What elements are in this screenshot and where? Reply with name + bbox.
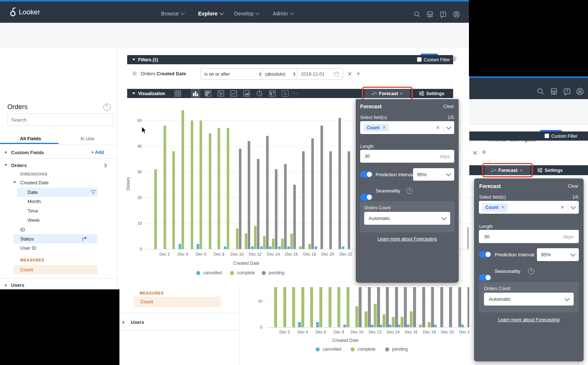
filter-mode-select[interactable]: (absolute) xyxy=(262,68,299,80)
bar-pending-dec-22[interactable] xyxy=(348,151,350,249)
bar-complete-dec-13[interactable] xyxy=(263,236,266,249)
vertical-scrollbar-thumb[interactable] xyxy=(467,227,469,249)
nav-develop[interactable]: Develop xyxy=(234,10,259,17)
bar-complete-dec-14[interactable] xyxy=(392,317,395,327)
viz-type-bar-selected-bg[interactable] xyxy=(191,89,200,98)
bar-complete-dec-16[interactable] xyxy=(410,311,413,327)
prediction-interval-select[interactable]: 95% xyxy=(413,168,454,181)
bar-pending-dec-19[interactable] xyxy=(440,287,443,327)
bar-pending-dec-17[interactable] xyxy=(422,287,425,327)
clear-button[interactable]: Clear xyxy=(568,184,578,189)
bar-complete-dec-7[interactable] xyxy=(209,133,211,249)
bar-pending-dec-21[interactable] xyxy=(338,118,341,249)
filter-date-input[interactable]: 2019-12-01 xyxy=(297,68,343,80)
bar-complete-dec-18[interactable] xyxy=(428,322,431,327)
bar-complete-dec-3[interactable] xyxy=(292,287,295,327)
forecast-tab-close-icon[interactable]: ✕ xyxy=(399,91,403,96)
legend-item-complete[interactable]: complete xyxy=(230,270,255,275)
sidebar-group-orders[interactable]: Orders 3 xyxy=(0,160,117,170)
sidebar-item-created-date[interactable]: Created Date xyxy=(0,179,117,187)
settings-tab[interactable]: Settings xyxy=(545,168,563,173)
bar-pending-dec-13[interactable] xyxy=(266,136,269,249)
settings-tab[interactable]: Settings xyxy=(426,91,444,96)
bar-cancelled-dec-4[interactable] xyxy=(298,322,301,327)
length-input[interactable]: 30 days xyxy=(479,230,579,243)
length-input[interactable]: 30 days xyxy=(360,150,454,163)
forecast-tab[interactable]: Forecast xyxy=(379,91,398,96)
bar-complete-dec-4[interactable] xyxy=(301,287,304,327)
bar-complete-dec-5[interactable] xyxy=(310,287,313,327)
bar-pending-dec-13[interactable] xyxy=(386,287,389,327)
viz-type-pie-icon[interactable] xyxy=(256,90,263,97)
bar-pending-dec-21[interactable] xyxy=(458,287,461,327)
search-input[interactable] xyxy=(7,113,113,126)
bar-complete-dec-4[interactable] xyxy=(182,110,184,249)
legend-item-cancelled[interactable]: cancelled xyxy=(196,270,222,275)
prediction-interval-select[interactable]: 95% xyxy=(537,248,579,261)
seasonality-help-icon[interactable]: ? xyxy=(528,268,534,274)
bar-complete-dec-10[interactable] xyxy=(355,306,358,327)
viz-type-more-icon[interactable]: ··· xyxy=(292,90,298,96)
bar-complete-dec-16[interactable] xyxy=(290,234,293,249)
viz-type-map-icon[interactable] xyxy=(269,90,276,97)
viz-type-table-icon[interactable] xyxy=(175,90,181,97)
bar-complete-dec-3[interactable] xyxy=(172,151,175,249)
sidebar-group-users[interactable]: Users xyxy=(0,281,117,290)
field-select-input[interactable]: Count✕ ✕ xyxy=(360,121,454,134)
bar-pending-dec-14[interactable] xyxy=(395,287,398,327)
prediction-interval-toggle[interactable] xyxy=(479,251,491,258)
account-icon[interactable] xyxy=(576,87,584,95)
bar-pending-dec-15[interactable] xyxy=(404,287,407,327)
bar-cancelled-dec-12[interactable] xyxy=(251,246,254,249)
bar-pending-dec-20[interactable] xyxy=(329,151,332,249)
filter-icon[interactable] xyxy=(90,190,96,195)
field-select-input[interactable]: Count✕ ✕ xyxy=(479,201,579,214)
sidebar-item-custom-fields[interactable]: Custom Fields + Add xyxy=(0,147,117,158)
bar-pending-dec-11[interactable] xyxy=(248,141,250,249)
bar-complete-dec-11[interactable] xyxy=(365,311,368,327)
bar-complete-dec-8[interactable] xyxy=(337,287,340,327)
bar-pending-dec-12[interactable] xyxy=(377,287,380,327)
bar-cancelled-dec-19[interactable] xyxy=(315,246,317,249)
bar-complete-dec-17[interactable] xyxy=(299,246,302,249)
sidebar-item-time[interactable]: Time xyxy=(28,208,38,214)
viz-type-scatter-icon[interactable] xyxy=(218,90,224,97)
sidebar-item-month[interactable]: Month xyxy=(28,199,41,204)
tab-in-use[interactable]: In Use xyxy=(80,136,94,141)
bar-cancelled-dec-13[interactable] xyxy=(260,246,263,249)
seasonality-toggle[interactable] xyxy=(360,194,373,200)
remove-filter-icon[interactable]: ✕ xyxy=(347,71,352,77)
sidebar-item-count[interactable]: Count xyxy=(13,265,98,274)
bar-pending-dec-19[interactable] xyxy=(320,126,323,249)
remove-filter-icon[interactable]: ✕ xyxy=(472,150,478,156)
bar-complete-dec-6[interactable] xyxy=(200,120,202,249)
orders-count-select[interactable]: Automatic xyxy=(364,212,450,225)
bar-complete-dec-9[interactable] xyxy=(347,287,349,327)
seasonality-toggle[interactable] xyxy=(479,274,491,281)
chevron-down-icon[interactable] xyxy=(446,124,451,129)
custom-filter-checkbox[interactable] xyxy=(545,134,549,138)
bar-pending-dec-12[interactable] xyxy=(257,159,259,249)
clear-button[interactable]: Clear xyxy=(443,104,454,109)
bar-complete-dec-2[interactable] xyxy=(164,126,166,249)
prediction-interval-toggle[interactable] xyxy=(360,171,373,178)
bar-pending-dec-18[interactable] xyxy=(431,287,434,327)
bar-complete-dec-8[interactable] xyxy=(218,128,220,249)
bar-pending-dec-16[interactable] xyxy=(293,185,296,249)
legend-item-cancelled[interactable]: cancelled xyxy=(316,347,341,352)
orders-count-select[interactable]: Automatic xyxy=(484,293,574,306)
sidebar-item-date[interactable]: Date xyxy=(17,188,98,197)
legend-item-pending[interactable]: pending xyxy=(385,347,408,352)
sidebar-item-user-id[interactable]: User ID xyxy=(20,245,36,251)
bar-cancelled-dec-6[interactable] xyxy=(197,244,199,249)
bar-pending-dec-18[interactable] xyxy=(311,138,314,249)
marketplace-icon[interactable] xyxy=(426,11,434,18)
learn-more-link[interactable]: Learn more about Forecasting xyxy=(474,317,584,322)
bar-pending-dec-16[interactable] xyxy=(413,287,416,327)
viz-type-single-value-icon[interactable]: 6 xyxy=(282,90,288,97)
chip-remove-icon[interactable]: ✕ xyxy=(501,205,505,210)
filter-operator-select[interactable]: is on or after xyxy=(200,68,265,80)
custom-filter-checkbox[interactable] xyxy=(417,57,422,62)
account-icon[interactable] xyxy=(453,11,460,18)
bar-complete-dec-1[interactable] xyxy=(154,169,157,249)
